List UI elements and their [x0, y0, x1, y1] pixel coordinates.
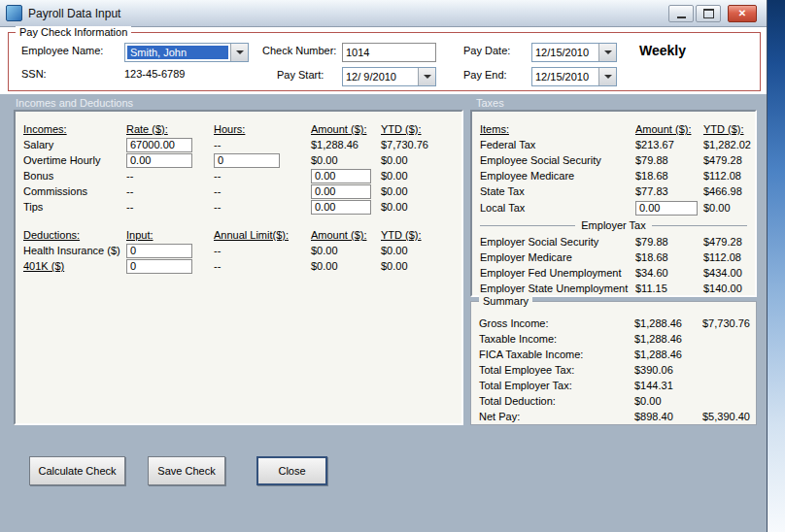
income-hours: --	[214, 170, 311, 182]
summary-amount: $1,288.46	[634, 317, 702, 329]
summary-label: Net Pay:	[479, 411, 634, 422]
tax-amount: $18.68	[635, 170, 703, 182]
tips-amount-input[interactable]	[311, 200, 371, 215]
pay-end-picker[interactable]: 12/15/2010	[531, 67, 617, 86]
input-col-header: Input:	[126, 229, 214, 241]
title-bar[interactable]: Payroll Data Input ✕	[0, 0, 767, 27]
summary-row-employer-tax: Total Employer Tax: $144.31	[479, 378, 756, 393]
summary-amount: $898.40	[634, 411, 702, 422]
tax-label: Employee Medicare	[480, 170, 635, 182]
income-rate: --	[126, 170, 214, 182]
tax-amount: $18.68	[635, 251, 703, 263]
pay-start-value: 12/ 9/2010	[343, 68, 418, 85]
save-check-button[interactable]: Save Check	[148, 456, 225, 485]
pay-frequency-label: Weekly	[639, 43, 686, 58]
tax-ytd: $112.08	[703, 251, 755, 263]
deduction-amount: $0.00	[311, 245, 381, 256]
tax-ytd: $140.00	[703, 283, 755, 294]
overtime-hours-input[interactable]	[214, 153, 280, 168]
close-button[interactable]: Close	[256, 456, 327, 485]
overtime-rate-input[interactable]	[126, 153, 192, 168]
tax-row-employer-medicare: Employer Medicare $18.68 $112.08	[480, 249, 755, 265]
summary-amount: $390.06	[634, 364, 702, 376]
income-label: Bonus	[23, 170, 126, 182]
pay-start-dropdown-button[interactable]	[418, 68, 435, 85]
employer-tax-divider: Employer Tax	[480, 219, 747, 233]
deduction-limit: --	[214, 260, 311, 272]
income-label: Commissions	[23, 185, 126, 197]
income-row-bonus: Bonus -- -- $0.00	[23, 168, 461, 183]
tax-row-local: Local Tax $0.00	[480, 199, 755, 216]
pay-date-picker[interactable]: 12/15/2010	[531, 43, 617, 62]
employee-name-select[interactable]: Smith, John	[124, 43, 249, 62]
tax-amount: $79.88	[635, 154, 703, 166]
tax-amount: $213.67	[635, 139, 703, 150]
check-number-label: Check Number:	[262, 45, 336, 56]
pay-end-value: 12/15/2010	[532, 68, 598, 85]
deduction-limit: --	[214, 245, 311, 256]
pay-date-value: 12/15/2010	[532, 44, 598, 61]
ssn-value: 123-45-6789	[124, 68, 185, 80]
summary-panel: Summary Gross Income: $1,288.46 $7,730.7…	[470, 301, 757, 425]
salary-rate-input[interactable]	[126, 138, 192, 152]
minimize-button[interactable]	[668, 5, 694, 22]
tax-ytd: $112.08	[703, 170, 755, 182]
tax-items-col-header: Items:	[480, 123, 635, 135]
tax-amount: $79.88	[635, 236, 703, 248]
check-number-input[interactable]	[342, 43, 436, 62]
employee-name-dropdown-button[interactable]	[230, 44, 248, 61]
app-icon	[6, 5, 22, 21]
tax-label: Employer Medicare	[480, 251, 635, 263]
deduction-amount: $0.00	[311, 260, 381, 272]
summary-group-title: Summary	[479, 295, 532, 307]
maximize-button[interactable]	[696, 5, 721, 22]
incomes-col-header: Incomes:	[23, 123, 126, 135]
caption-buttons: ✕	[668, 5, 757, 22]
summary-label: Gross Income:	[479, 317, 634, 329]
tax-amount: $34.60	[635, 267, 703, 279]
summary-row-net-pay: Net Pay: $898.40 $5,390.40	[479, 409, 756, 424]
pay-start-picker[interactable]: 12/ 9/2010	[342, 67, 436, 86]
commissions-amount-input[interactable]	[311, 184, 371, 199]
summary-ytd: $7,730.76	[702, 317, 756, 329]
employee-name-value: Smith, John	[127, 46, 228, 59]
pay-end-label: Pay End:	[463, 69, 507, 81]
summary-amount: $1,288.46	[634, 349, 702, 360]
deduction-row-401k: 401K ($) -- $0.00 $0.00	[23, 258, 461, 274]
income-hours: --	[214, 139, 311, 150]
calculate-check-button[interactable]: Calculate Check	[29, 456, 125, 485]
401k-input[interactable]	[126, 259, 192, 274]
summary-amount: $0.00	[634, 395, 702, 407]
pay-end-dropdown-button[interactable]	[598, 68, 616, 85]
amount-col-header: Amount ($):	[311, 123, 381, 135]
window-close-button[interactable]: ✕	[728, 5, 757, 22]
incomes-section-header: Incomes and Deductions	[16, 97, 133, 109]
minimize-icon	[677, 14, 686, 18]
summary-amount: $1,288.46	[634, 333, 702, 345]
income-ytd: $0.00	[381, 201, 461, 213]
summary-row-taxable: Taxable Income: $1,288.46	[479, 331, 756, 347]
summary-label: Total Employer Tax:	[479, 380, 634, 391]
income-amount: $1,288.46	[311, 139, 381, 150]
income-ytd: $7,730.76	[381, 139, 461, 150]
summary-row-gross: Gross Income: $1,288.46 $7,730.76	[479, 316, 756, 331]
taxes-panel: Items: Amount ($): YTD ($): Federal Tax …	[470, 110, 757, 297]
income-row-overtime: Overtime Hourly $0.00 $0.00	[23, 152, 461, 168]
bonus-amount-input[interactable]	[311, 169, 371, 183]
income-label: Overtime Hourly	[23, 154, 126, 166]
tax-label: Employer State Unemployment	[480, 283, 635, 294]
pay-date-dropdown-button[interactable]	[598, 44, 616, 61]
tax-ytd-col-header: YTD ($):	[703, 123, 755, 135]
summary-label: FICA Taxable Income:	[479, 349, 634, 360]
amount-col-header: Amount ($):	[311, 229, 381, 241]
summary-label: Taxable Income:	[479, 333, 634, 345]
health-insurance-input[interactable]	[126, 244, 192, 258]
chevron-down-icon	[604, 50, 612, 54]
local-tax-input[interactable]	[635, 201, 698, 216]
tax-ytd: $479.28	[703, 236, 755, 248]
tax-amount: $77.83	[635, 185, 703, 197]
tax-ytd: $1,282.02	[703, 139, 755, 150]
income-hours: --	[214, 201, 311, 213]
maximize-icon	[703, 9, 714, 18]
deduction-401k-link[interactable]: 401K ($)	[23, 260, 126, 272]
